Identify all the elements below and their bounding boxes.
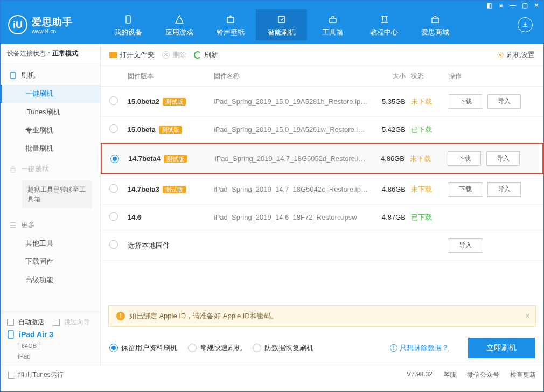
- row-filename: iPad_Spring_2019_14.7_18G5042c_Restore.i…: [214, 185, 368, 193]
- alert-text: 如已绑定 Apple ID，请准备好 Apple ID和密码。: [129, 311, 278, 321]
- nav-icon: [409, 13, 461, 25]
- lock-icon: [9, 165, 17, 173]
- window-minimize-icon[interactable]: —: [509, 2, 517, 9]
- block-itunes-label: 阻止iTunes运行: [18, 370, 64, 380]
- col-version: 固件版本: [128, 72, 214, 81]
- wechat-link[interactable]: 微信公众号: [467, 370, 499, 380]
- opt-keep-data[interactable]: 保留用户资料刷机: [109, 343, 177, 353]
- import-button[interactable]: 导入: [487, 94, 521, 109]
- row-radio[interactable]: [109, 124, 118, 133]
- firmware-row[interactable]: 14.6 iPad_Spring_2019_14.6_18F72_Restore…: [101, 205, 543, 230]
- nav-item-2[interactable]: 铃声壁纸: [205, 9, 256, 40]
- beta-tag: 测试版: [163, 98, 186, 106]
- opt-normal[interactable]: 常规快速刷机: [188, 343, 242, 353]
- flash-settings-button[interactable]: 刷机设置: [497, 50, 535, 60]
- row-filename: iPad_Spring_2019_15.0_19A5281h_Restore.i…: [214, 97, 368, 106]
- open-folder-button[interactable]: 打开文件夹: [109, 50, 155, 60]
- alert-bar: ! 如已绑定 Apple ID，请准备好 Apple ID和密码。 ×: [108, 305, 536, 327]
- download-button[interactable]: 下载: [449, 182, 482, 197]
- delete-button[interactable]: ✕ 删除: [162, 50, 186, 60]
- import-button[interactable]: 导入: [486, 151, 520, 166]
- window-basket-icon[interactable]: ◧: [485, 2, 493, 9]
- device-model: iPad: [18, 353, 94, 360]
- row-radio[interactable]: [110, 155, 119, 163]
- alert-close-icon[interactable]: ×: [525, 311, 530, 321]
- sidebar-more-item[interactable]: 其他工具: [1, 234, 100, 253]
- nav-item-1[interactable]: 应用游戏: [154, 9, 205, 40]
- skip-guide-checkbox[interactable]: [53, 319, 60, 326]
- nav-item-3[interactable]: 智能刷机: [256, 9, 307, 40]
- delete-icon: ✕: [162, 51, 170, 59]
- row-version: 15.0beta2测试版: [128, 97, 214, 106]
- gear-icon: [497, 51, 504, 59]
- block-itunes-checkbox[interactable]: [8, 372, 15, 379]
- firmware-row[interactable]: 14.7beta3测试版 iPad_Spring_2019_14.7_18G50…: [101, 174, 543, 205]
- svg-rect-0: [126, 16, 130, 23]
- row-size: 4.86GB: [368, 185, 411, 193]
- app-subtitle: www.i4.cn: [32, 29, 73, 34]
- import-button[interactable]: 导入: [487, 182, 521, 197]
- nav-label: 教程中心: [358, 27, 409, 37]
- check-update-link[interactable]: 检查更新: [510, 370, 536, 380]
- beta-tag: 测试版: [163, 186, 186, 193]
- service-link[interactable]: 客服: [443, 370, 456, 380]
- svg-rect-4: [432, 18, 438, 23]
- auto-activate-checkbox[interactable]: [7, 319, 14, 326]
- auto-activate-label: 自动激活: [18, 318, 44, 327]
- window-close-icon[interactable]: ✕: [533, 2, 540, 9]
- flash-now-button[interactable]: 立即刷机: [468, 338, 535, 358]
- svg-rect-2: [278, 16, 285, 23]
- refresh-button[interactable]: 刷新: [194, 50, 218, 60]
- sidebar-flash-item[interactable]: iTunes刷机: [1, 103, 100, 121]
- window-menu-icon[interactable]: ≡: [497, 2, 505, 9]
- sidebar-more-item[interactable]: 高级功能: [1, 271, 100, 289]
- col-action: 操作: [449, 72, 535, 81]
- firmware-row[interactable]: 15.0beta测试版 iPad_Spring_2019_15.0_19A526…: [101, 117, 543, 143]
- nav-item-5[interactable]: 教程中心: [358, 9, 409, 40]
- storage-badge: 64GB: [18, 342, 40, 349]
- row-radio[interactable]: [109, 96, 118, 105]
- row-status: 未下载: [410, 154, 448, 164]
- col-status: 状态: [411, 72, 449, 81]
- row-version: 14.7beta3测试版: [128, 185, 214, 194]
- row-radio[interactable]: [109, 184, 118, 193]
- row-size: 4.86GB: [367, 155, 410, 163]
- row-filename: iPad_Spring_2019_14.7_18G5052d_Restore.i…: [215, 155, 367, 163]
- download-manager-icon[interactable]: [518, 17, 533, 32]
- nav-icon: [205, 13, 256, 25]
- app-logo: iU 爱思助手 www.i4.cn: [8, 15, 102, 34]
- download-button[interactable]: 下载: [449, 94, 482, 109]
- beta-tag: 测试版: [164, 155, 187, 163]
- window-maximize-icon[interactable]: ▢: [521, 2, 528, 9]
- import-button[interactable]: 导入: [449, 238, 482, 253]
- row-status: 未下载: [411, 97, 449, 107]
- beta-tag: 测试版: [159, 126, 182, 134]
- sidebar-flash-item[interactable]: 批量刷机: [1, 139, 100, 158]
- svg-rect-5: [11, 72, 15, 79]
- erase-data-link[interactable]: ! 只想抹除数据？: [390, 343, 449, 353]
- svg-rect-3: [330, 18, 336, 23]
- nav-item-0[interactable]: 我的设备: [102, 9, 154, 40]
- download-button[interactable]: 下载: [448, 151, 481, 166]
- version-label: V7.98.32: [407, 370, 433, 380]
- col-size: 大小: [368, 72, 411, 81]
- menu-icon: [9, 221, 17, 229]
- firmware-row[interactable]: 14.7beta4测试版 iPad_Spring_2019_14.7_18G50…: [101, 143, 543, 174]
- firmware-row[interactable]: 15.0beta2测试版 iPad_Spring_2019_15.0_19A52…: [101, 87, 543, 117]
- opt-anti-recovery[interactable]: 防数据恢复刷机: [253, 343, 313, 353]
- row-filename: iPad_Spring_2019_14.6_18F72_Restore.ipsw: [214, 213, 368, 221]
- local-firmware-row[interactable]: 选择本地固件 导入: [101, 230, 543, 261]
- logo-icon: iU: [8, 15, 27, 34]
- sidebar-flash-item[interactable]: 一键刷机: [1, 85, 100, 103]
- row-radio[interactable]: [109, 240, 118, 249]
- nav-item-4[interactable]: 工具箱: [307, 9, 358, 40]
- row-radio[interactable]: [109, 212, 118, 221]
- nav-item-6[interactable]: 爱思商城: [409, 9, 461, 40]
- sidebar-more-item[interactable]: 下载固件: [1, 253, 100, 271]
- svg-rect-1: [227, 17, 234, 23]
- sidebar-flash-item[interactable]: 专业刷机: [1, 121, 100, 139]
- svg-rect-6: [11, 169, 15, 172]
- nav-icon: [358, 13, 409, 25]
- col-name: 固件名称: [214, 72, 368, 81]
- nav-label: 应用游戏: [154, 27, 205, 37]
